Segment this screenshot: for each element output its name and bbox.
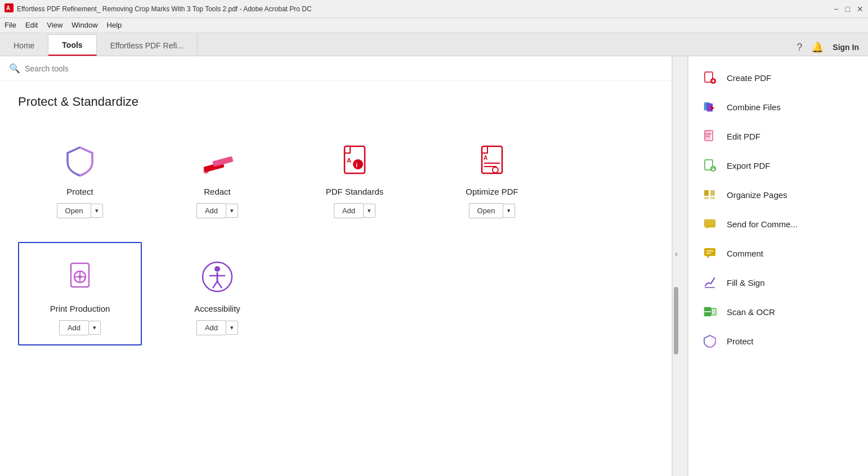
svg-point-7	[353, 159, 363, 169]
sidebar-label-comment: Comment	[727, 249, 763, 258]
tool-grid: Protect Open ▾ Redact	[18, 125, 654, 345]
print-production-icon	[60, 257, 100, 297]
maximize-button[interactable]: □	[845, 5, 850, 14]
notifications-button[interactable]: 🔔	[811, 41, 824, 53]
left-panel: 🔍 Protect & Standardize Protect	[0, 56, 672, 476]
svg-text:i: i	[356, 161, 357, 168]
app-icon: A	[5, 3, 14, 15]
sidebar-item-export-pdf[interactable]: Export PDF	[688, 151, 868, 180]
redact-btn-group: Add ▾	[196, 203, 238, 218]
tool-name-optimize-pdf: Optimize PDF	[466, 187, 518, 196]
create-pdf-icon	[702, 70, 718, 86]
sidebar-label-edit-pdf: Edit PDF	[727, 132, 760, 141]
combine-files-icon	[702, 99, 718, 115]
svg-text:A: A	[347, 157, 351, 164]
svg-text:A: A	[6, 5, 10, 11]
svg-point-20	[214, 266, 220, 272]
sidebar-label-protect: Protect	[727, 336, 754, 346]
export-pdf-icon	[702, 158, 718, 173]
tab-document[interactable]: Effortless PDF Refi...	[97, 34, 198, 56]
help-button[interactable]: ?	[797, 42, 802, 53]
sidebar-item-organize-pages[interactable]: Organize Pages	[688, 180, 868, 209]
sidebar-label-organize-pages: Organize Pages	[727, 190, 788, 200]
tool-card-redact[interactable]: Redact Add ▾	[155, 125, 279, 228]
protect-icon	[60, 140, 100, 180]
accessibility-add-arrow[interactable]: ▾	[226, 321, 238, 335]
optimize-pdf-open-button[interactable]: Open	[469, 203, 503, 218]
tool-card-pdf-standards[interactable]: A i PDF Standards Add ▾	[293, 125, 417, 228]
sidebar-item-edit-pdf[interactable]: Edit PDF	[688, 122, 868, 151]
menu-file[interactable]: File	[5, 21, 16, 29]
scan-ocr-icon	[702, 304, 718, 320]
optimize-pdf-icon: A	[472, 140, 512, 180]
tool-name-pdf-standards: PDF Standards	[326, 187, 384, 196]
svg-rect-32	[704, 131, 711, 140]
protect-open-arrow[interactable]: ▾	[91, 204, 103, 218]
accessibility-add-button[interactable]: Add	[196, 320, 226, 335]
sidebar-label-export-pdf: Export PDF	[727, 161, 771, 170]
right-sidebar: Create PDF Combine Files	[688, 56, 868, 476]
tool-name-accessibility: Accessibility	[194, 304, 240, 313]
sidebar-item-create-pdf[interactable]: Create PDF	[688, 63, 868, 92]
pdf-standards-add-arrow[interactable]: ▾	[363, 204, 375, 218]
sign-in-button[interactable]: Sign In	[833, 43, 859, 52]
tool-card-optimize-pdf[interactable]: A Optimize PDF Open ▾	[430, 125, 554, 228]
minimize-button[interactable]: −	[834, 5, 838, 14]
tab-home[interactable]: Home	[0, 34, 48, 56]
tool-card-protect[interactable]: Protect Open ▾	[18, 125, 142, 228]
close-button[interactable]: ✕	[857, 5, 863, 14]
accessibility-btn-group: Add ▾	[196, 320, 238, 335]
tool-card-print-production[interactable]: Print Production Add ▾	[18, 242, 142, 345]
sidebar-item-combine-files[interactable]: Combine Files	[688, 92, 868, 122]
redact-icon	[197, 140, 238, 180]
organize-pages-icon	[702, 187, 718, 203]
tab-bar-right: ? 🔔 Sign In	[797, 41, 868, 56]
svg-rect-38	[710, 190, 715, 196]
sidebar-label-combine-files: Combine Files	[727, 102, 781, 112]
menu-window[interactable]: Window	[71, 21, 97, 29]
menu-edit[interactable]: Edit	[25, 21, 38, 29]
protect-open-button[interactable]: Open	[57, 203, 91, 218]
search-input[interactable]	[25, 64, 663, 73]
svg-point-18	[78, 275, 82, 279]
tool-card-accessibility[interactable]: Accessibility Add ▾	[155, 242, 279, 345]
main-layout: 🔍 Protect & Standardize Protect	[0, 56, 868, 476]
tab-bar: Home Tools Effortless PDF Refi... ? 🔔 Si…	[0, 33, 868, 56]
tool-name-print-production: Print Production	[50, 304, 110, 313]
optimize-pdf-open-arrow[interactable]: ▾	[503, 204, 515, 218]
accessibility-icon	[197, 257, 238, 297]
sidebar-label-create-pdf: Create PDF	[727, 73, 771, 83]
window-title: Effortless PDF Refinement_ Removing Crop…	[17, 5, 834, 13]
sidebar-item-comment[interactable]: Comment	[688, 239, 868, 268]
protect-btn-group: Open ▾	[57, 203, 104, 218]
svg-rect-40	[710, 197, 715, 199]
sidebar-item-send-for-comment[interactable]: Send for Comme...	[688, 209, 868, 239]
panel-collapse-area[interactable]: ›	[672, 56, 688, 476]
sidebar-item-scan-ocr[interactable]: Scan & OCR	[688, 297, 868, 326]
svg-point-4	[203, 168, 209, 174]
print-production-btn-group: Add ▾	[59, 320, 101, 335]
tab-tools[interactable]: Tools	[48, 34, 96, 56]
svg-rect-42	[704, 248, 715, 256]
sidebar-label-send-for-comment: Send for Comme...	[727, 219, 798, 229]
sidebar-label-scan-ocr: Scan & OCR	[727, 307, 775, 317]
redact-add-arrow[interactable]: ▾	[226, 204, 238, 218]
pdf-standards-icon: A i	[334, 140, 375, 180]
sidebar-item-protect[interactable]: Protect	[688, 326, 868, 356]
pdf-standards-add-button[interactable]: Add	[334, 203, 363, 218]
sidebar-item-fill-sign[interactable]: Fill & Sign	[688, 268, 868, 297]
pdf-standards-btn-group: Add ▾	[334, 203, 375, 218]
search-bar: 🔍	[0, 56, 672, 81]
comment-icon	[702, 245, 718, 261]
window-controls: − □ ✕	[834, 5, 863, 14]
redact-add-button[interactable]: Add	[196, 203, 226, 218]
print-production-add-arrow[interactable]: ▾	[88, 321, 101, 335]
svg-point-13	[493, 167, 498, 173]
menu-view[interactable]: View	[47, 21, 62, 29]
menu-help[interactable]: Help	[107, 21, 122, 29]
svg-line-23	[213, 281, 217, 288]
send-for-comment-icon	[702, 216, 718, 232]
section-title: Protect & Standardize	[18, 95, 654, 109]
svg-rect-39	[704, 197, 709, 199]
print-production-add-button[interactable]: Add	[59, 320, 88, 335]
